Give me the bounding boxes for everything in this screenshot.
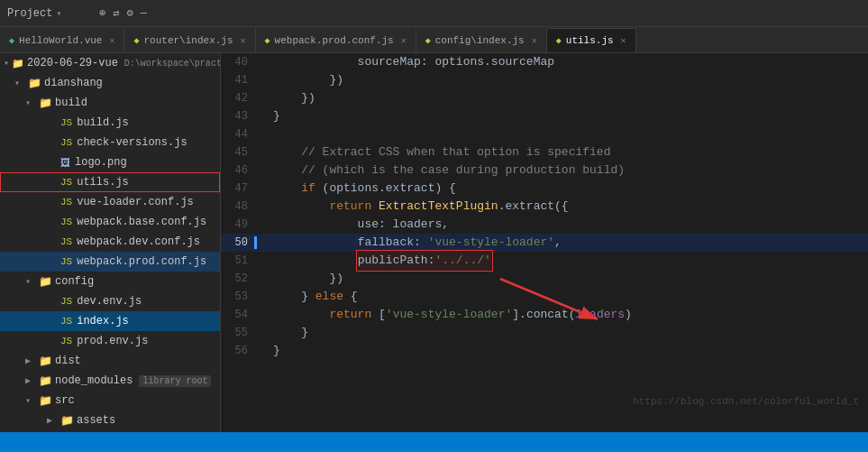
code-line-56: 56 }	[221, 342, 868, 360]
code-line-42: 42 })	[221, 89, 868, 107]
code-content: return ExtractTextPlugin.extract({	[268, 198, 868, 216]
code-line-47: 47 if (options.extract) {	[221, 180, 868, 198]
tab-helloworld[interactable]: ◆ HelloWorld.vue ✕	[0, 28, 124, 52]
project-panel-title: Project ▾	[7, 7, 88, 20]
tab-close-icon[interactable]: ✕	[109, 35, 114, 46]
code-content: }	[268, 107, 868, 125]
tree-index-js[interactable]: JS index.js	[0, 311, 220, 331]
line-num: 55	[221, 324, 257, 342]
tree-webpack-prod[interactable]: JS webpack.prod.conf.js	[0, 252, 220, 272]
js-file-icon: JS	[60, 256, 72, 267]
tab-webpack-prod[interactable]: ◆ webpack.prod.conf.js ✕	[256, 28, 416, 52]
red-box-highlight: publicPath:'../../'	[358, 252, 491, 270]
main-content: ▾ 📁 2020-06-29-vue D:\workspace\practi ▾…	[0, 53, 868, 432]
item-label: check-versions.js	[77, 136, 187, 149]
tree-config[interactable]: ▾ 📁 config	[0, 272, 220, 291]
tab-config-index[interactable]: ◆ config\index.js ✕	[416, 28, 547, 52]
top-bar-icon4[interactable]: —	[141, 7, 147, 20]
line-num: 56	[221, 342, 257, 360]
code-line-55: 55 }	[221, 324, 868, 342]
spacer	[47, 317, 58, 327]
tree-logo[interactable]: 🖼 logo.png	[0, 152, 220, 172]
tab-utils[interactable]: ◆ utils.js ✕	[547, 28, 636, 52]
png-file-icon: 🖼	[60, 157, 70, 169]
vue-icon: ◆	[9, 35, 14, 46]
tab-close-icon[interactable]: ✕	[621, 35, 626, 46]
line-num: 42	[221, 89, 257, 107]
tab-label: HelloWorld.vue	[19, 35, 102, 46]
item-label: utils.js	[77, 176, 129, 189]
tree-prod-env[interactable]: JS prod.env.js	[0, 331, 220, 351]
tab-router-index[interactable]: ◆ router\index.js ✕	[124, 28, 255, 52]
item-label: logo.png	[75, 156, 127, 169]
tab-label: config\index.js	[435, 35, 525, 46]
project-chevron-icon: ▾	[56, 8, 61, 19]
top-bar-icon2[interactable]: ⇄	[113, 6, 119, 20]
code-content: }	[268, 342, 868, 360]
tree-check-versions[interactable]: JS check-versions.js	[0, 133, 220, 152]
tree-webpack-dev[interactable]: JS webpack.dev.conf.js	[0, 232, 220, 252]
code-line-51: 51 publicPath:'../../'	[221, 252, 868, 270]
line-num: 41	[221, 71, 257, 89]
tab-close-icon[interactable]: ✕	[532, 35, 537, 46]
item-label: index.js	[77, 315, 129, 327]
js-file-icon: JS	[60, 197, 72, 208]
tree-assets[interactable]: ▶ 📁 assets	[0, 410, 220, 430]
tab-close-icon[interactable]: ✕	[241, 35, 246, 46]
item-label: webpack.dev.conf.js	[77, 235, 200, 248]
js-icon: ◆	[133, 35, 139, 46]
tree-dev-env[interactable]: JS dev.env.js	[0, 291, 220, 311]
code-content: // (which is the case during production …	[268, 161, 868, 180]
tab-close-icon[interactable]: ✕	[401, 35, 407, 46]
top-bar-icon1[interactable]: ⊕	[99, 6, 105, 20]
js-file-icon: JS	[60, 236, 72, 247]
item-label: prod.env.js	[77, 335, 148, 347]
folder-icon: 📁	[39, 374, 52, 388]
code-line-52: 52 })	[221, 270, 868, 288]
tree-vue-loader[interactable]: JS vue-loader.conf.js	[0, 192, 220, 212]
code-content: })	[268, 71, 868, 89]
top-bar-icon3[interactable]: ⚙	[126, 6, 132, 20]
folder-icon: 📁	[12, 58, 24, 69]
item-label: node_modules	[55, 374, 132, 387]
tree-webpack-base[interactable]: JS webpack.base.conf.js	[0, 212, 220, 232]
tree-node-modules[interactable]: ▶ 📁 node_modules library root	[0, 371, 220, 391]
tree-build[interactable]: ▾ 📁 build	[0, 93, 220, 113]
library-root-badge: library root	[139, 375, 211, 387]
tree-src[interactable]: ▾ 📁 src	[0, 391, 220, 410]
item-label: dianshang	[44, 77, 103, 89]
root-path: D:\workspace\practi	[124, 59, 221, 69]
folder-icon: 📁	[28, 77, 41, 90]
code-content: } else {	[268, 288, 868, 306]
js-icon: ◆	[265, 35, 270, 46]
code-content: }	[268, 324, 868, 342]
item-label: vue-loader.conf.js	[77, 196, 194, 208]
tabs-bar: ◆ HelloWorld.vue ✕ ◆ router\index.js ✕ ◆…	[0, 27, 868, 53]
js-icon: ◆	[556, 35, 562, 46]
line-num: 45	[221, 143, 257, 161]
js-file-icon: JS	[60, 296, 72, 307]
status-bar	[0, 432, 868, 452]
arrow-icon: ▶	[47, 415, 58, 426]
tab-label: webpack.prod.conf.js	[275, 35, 394, 46]
code-content: sourceMap: options.sourceMap	[268, 53, 868, 71]
line-num: 47	[221, 180, 257, 198]
folder-icon: 📁	[39, 97, 52, 110]
code-editor: 40 sourceMap: options.sourceMap 41 }) 42…	[221, 53, 868, 432]
spacer	[47, 217, 58, 227]
spacer	[47, 158, 58, 168]
code-line-43: 43 }	[221, 107, 868, 125]
line-num: 54	[221, 306, 257, 324]
tree-dianshang[interactable]: ▾ 📁 dianshang	[0, 73, 220, 93]
line-num: 43	[221, 107, 257, 125]
line-num: 49	[221, 216, 257, 234]
tab-label: utils.js	[566, 35, 614, 46]
code-content	[268, 125, 868, 143]
js-file-icon: JS	[60, 117, 72, 128]
tree-utils-js[interactable]: JS utils.js	[0, 172, 220, 192]
js-file-icon: JS	[60, 336, 72, 346]
tree-dist[interactable]: ▶ 📁 dist	[0, 351, 220, 371]
tree-build-js[interactable]: JS build.js	[0, 113, 220, 133]
tree-root[interactable]: ▾ 📁 2020-06-29-vue D:\workspace\practi	[0, 53, 220, 73]
code-lines[interactable]: 40 sourceMap: options.sourceMap 41 }) 42…	[221, 53, 868, 432]
